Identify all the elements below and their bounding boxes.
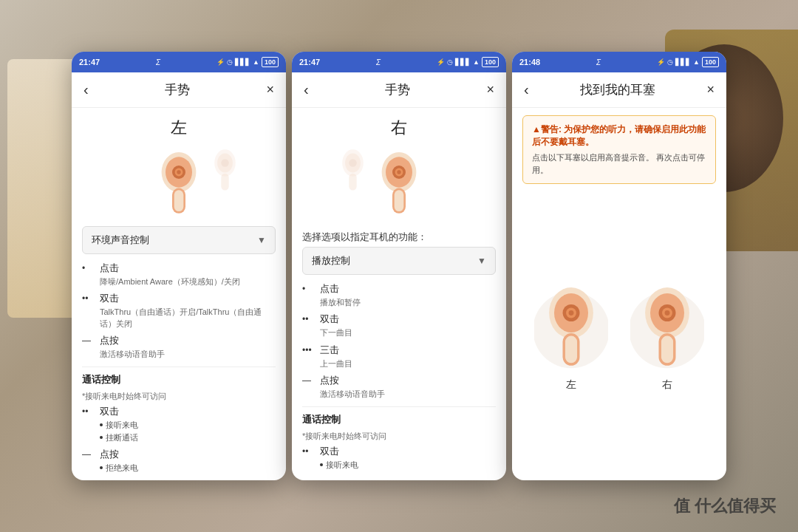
- call-dots-1-2: —: [82, 449, 97, 460]
- svg-rect-7: [174, 190, 184, 211]
- header-title-3: 找到我的耳塞: [580, 81, 655, 98]
- earbuds-area-2: [292, 145, 506, 226]
- close-button-1[interactable]: ×: [266, 82, 274, 98]
- dropdown-2[interactable]: 播放控制 ▼: [302, 247, 496, 275]
- gesture-desc-1-2: TalkThru（自由通话）开启/TalkThru（自由通话）关闭: [82, 307, 276, 330]
- bluetooth-icon-3: ⚡: [657, 58, 665, 66]
- gesture-dots-1-2: ••: [82, 293, 97, 304]
- subtitle-2: 右: [292, 108, 506, 145]
- back-button-1[interactable]: ‹: [83, 81, 89, 98]
- battery-3: 100: [702, 57, 719, 67]
- gesture-dots-2-2: ••: [302, 314, 317, 324]
- gesture-item-2-2: •• 双击 下一曲目: [302, 313, 496, 338]
- gesture-dots-1-1: •: [82, 263, 97, 273]
- battery-2: 100: [482, 57, 499, 67]
- sub-label-2-1: 接听来电: [326, 460, 358, 471]
- status-icons-3: ⚡ ◷ ▋▋▋ ▲ 100: [657, 57, 719, 67]
- gesture-desc-1-3: 激活移动语音助手: [82, 349, 276, 360]
- left-label-3: 左: [566, 378, 576, 392]
- screen-content-2: 播放控制 ▼ • 点击 播放和暂停 •• 双击 下一曲目 •••: [292, 247, 506, 480]
- call-item-1-2: — 点按 拒绝来电: [82, 448, 276, 474]
- gesture-desc-2-1: 播放和暂停: [302, 297, 496, 308]
- back-button-2[interactable]: ‹: [304, 81, 309, 98]
- sub-item-1-2: 挂断通话: [82, 432, 276, 443]
- earbuds-area-1: [72, 145, 286, 226]
- gesture-dots-1-3: —: [82, 335, 97, 346]
- call-notice-2: *接听来电时始终可访问: [302, 431, 496, 442]
- gesture-title-row-2-4: — 点按: [302, 374, 496, 387]
- status-bar-1: 21:47 Σ ⚡ ◷ ▋▋▋ ▲ 100: [72, 52, 286, 72]
- sub-dot-1-2: [100, 436, 103, 439]
- battery-1: 100: [262, 57, 279, 67]
- signal-icon-1: ▋▋▋: [235, 58, 250, 66]
- status-time-3: 21:48: [519, 58, 540, 66]
- gesture-title-row-1-3: — 点按: [82, 334, 276, 347]
- gesture-title-1-3: 点按: [100, 334, 119, 347]
- gesture-desc-2-2: 下一曲目: [302, 327, 496, 338]
- svg-rect-13: [349, 174, 356, 191]
- call-notice-1: *接听来电时始终可访问: [82, 391, 276, 402]
- dropdown-label-1: 环境声音控制: [92, 233, 149, 247]
- gesture-title-2-4: 点按: [320, 374, 339, 387]
- gesture-desc-2-3: 上一曲目: [302, 358, 496, 369]
- subtitle-1: 左: [72, 108, 286, 145]
- svg-rect-18: [395, 190, 404, 211]
- status-icons-1: ⚡ ◷ ▋▋▋ ▲ 100: [216, 57, 279, 67]
- svg-point-14: [349, 159, 356, 166]
- screen1: 21:47 Σ ⚡ ◷ ▋▋▋ ▲ 100 ‹ 手势 × 左: [72, 52, 286, 480]
- gesture-item-2-3: ••• 三击 上一曲目: [302, 344, 496, 369]
- gesture-item-2-1: • 点击 播放和暂停: [302, 282, 496, 308]
- gesture-desc-1-1: 降噪/Ambient Aware（环境感知）/关闭: [82, 276, 276, 287]
- wifi-icon-3: ▲: [693, 58, 700, 66]
- svg-rect-26: [565, 336, 577, 364]
- warning-box: ▲警告: 为保护您的听力，请确保启用此功能后不要戴耳塞。 点击以下耳塞以启用高音…: [522, 115, 716, 184]
- wifi-icon-2: ▲: [473, 58, 480, 66]
- status-time-1: 21:47: [79, 58, 100, 66]
- screens-container: 21:47 Σ ⚡ ◷ ▋▋▋ ▲ 100 ‹ 手势 × 左: [69, 52, 729, 480]
- sigma-icon-2: Σ: [376, 58, 381, 66]
- sub-item-1-1: 接听来电: [82, 420, 276, 431]
- header-title-2: 手势: [385, 81, 410, 98]
- screen3: 21:48 Σ ⚡ ◷ ▋▋▋ ▲ 100 ‹ 找到我的耳塞 × ▲警告: 为保…: [512, 52, 726, 480]
- left-earbud-item[interactable]: 左: [534, 287, 608, 392]
- call-dots-2-1: ••: [302, 446, 317, 457]
- app-header-2: ‹ 手势 ×: [292, 72, 506, 108]
- gesture-title-2-2: 双击: [320, 313, 339, 326]
- status-icons-2: ⚡ ◷ ▋▋▋ ▲ 100: [437, 57, 499, 67]
- call-title-2-1: 双击: [320, 445, 339, 458]
- gesture-dots-2-3: •••: [302, 345, 317, 355]
- status-time-2: 21:47: [299, 58, 320, 66]
- divider-2: [302, 406, 496, 407]
- gesture-title-row-1-2: •• 双击: [82, 292, 276, 305]
- app-header-3: ‹ 找到我的耳塞 ×: [512, 72, 726, 108]
- gesture-item-1-1: • 点击 降噪/Ambient Aware（环境感知）/关闭: [82, 262, 276, 287]
- sub-label-1-3: 拒绝来电: [106, 463, 138, 474]
- call-title-1-2: 点按: [100, 448, 119, 461]
- dropdown-1[interactable]: 环境声音控制 ▼: [82, 226, 276, 254]
- call-title-row-1-1: •• 双击: [82, 405, 276, 418]
- screen-content-1: 环境声音控制 ▼ • 点击 降噪/Ambient Aware（环境感知）/关闭 …: [72, 226, 286, 480]
- earbuds-pair-area: 左 右: [512, 191, 726, 480]
- gesture-desc-2-4: 激活移动语音助手: [302, 389, 496, 400]
- close-button-3[interactable]: ×: [706, 82, 715, 98]
- svg-rect-2: [221, 174, 228, 191]
- sub-dot-1-1: [100, 423, 103, 426]
- call-title-row-1-2: — 点按: [82, 448, 276, 461]
- clock-icon-3: ◷: [667, 58, 673, 66]
- gesture-title-row-1-1: • 点击: [82, 262, 276, 275]
- call-title-1-1: 双击: [100, 405, 119, 418]
- right-earbud-item[interactable]: 右: [630, 287, 704, 392]
- gesture-dots-2-1: •: [302, 284, 317, 294]
- gesture-item-2-4: — 点按 激活移动语音助手: [302, 374, 496, 400]
- back-button-3[interactable]: ‹: [524, 81, 529, 98]
- call-title-row-2-1: •• 双击: [302, 445, 496, 458]
- close-button-2[interactable]: ×: [486, 82, 494, 98]
- warning-desc: 点击以下耳塞以启用高音提示音。 再次点击可停用。: [532, 151, 706, 176]
- svg-rect-34: [661, 336, 673, 364]
- sub-dot-2-1: [320, 463, 323, 466]
- call-section-header-2: 通话控制: [302, 413, 496, 426]
- right-earbud-svg: [630, 287, 704, 372]
- gesture-dots-2-4: —: [302, 375, 317, 386]
- select-instruction-2: 选择选项以指定耳机的功能：: [292, 226, 506, 247]
- svg-point-10: [177, 170, 180, 174]
